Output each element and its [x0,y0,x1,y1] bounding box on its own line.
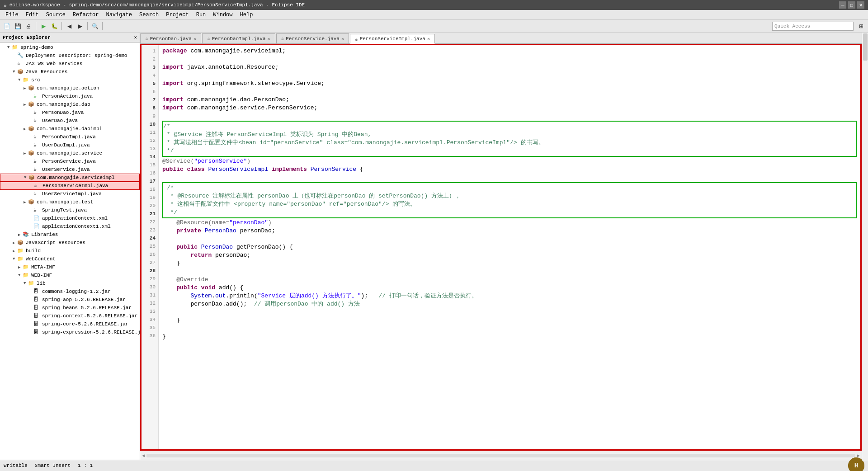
tree-person-action[interactable]: ☕ PersonAction.java [0,92,140,100]
code-editor[interactable]: 1 2 3 4 5 6 7 8 9 10 11 12 13 14 15 16 1… [140,44,862,451]
tab-icon: ☕ [145,36,148,42]
tree-user-service[interactable]: ☕ UserService.java [0,165,140,174]
code-line-31: personDao.add(); // 调用personDao 中的 add()… [162,300,857,308]
editor-area: ☕ PersonDao.java ✕ ☕ PersonDaoImpl.java … [140,33,862,460]
quick-access-input[interactable]: Quick Access [772,22,854,31]
tree-spring-aop[interactable]: 🗄 spring-aop-5.2.6.RELEASE.jar [0,296,140,304]
tree-person-service[interactable]: ☕ PersonService.java [0,157,140,165]
save-button[interactable]: 💾 [13,21,23,31]
tab-person-serviceimpl[interactable]: ☕ PersonServiceImpl.java ✕ [350,34,435,44]
eclipse-icon: ☕ [4,2,7,8]
code-line-15: public class PersonServiceImpl implement… [162,165,857,174]
code-line-12: * 其写法相当于配置文件中<bean id="personService" cl… [163,139,856,147]
tree-serviceimpl-pkg[interactable]: ▼ 📦 com.manongajie.serviceimpl [0,174,140,182]
tree-person-daoimpl[interactable]: ☕ PersonDaoImpl.java [0,133,140,141]
code-line-8: import com.manongajie.service.PersonServ… [162,104,857,112]
tab-person-daoimpl[interactable]: ☕ PersonDaoImpl.java ✕ [202,33,275,43]
java-file-icon: ☕ [34,183,41,189]
menu-search[interactable]: Search [136,11,162,19]
tree-person-dao[interactable]: ☕ PersonDao.java [0,108,140,117]
right-panel [862,33,868,460]
tree-user-serviceimpl[interactable]: ☕ UserServiceImpl.java [0,190,140,198]
new-button[interactable]: 📄 [2,21,12,31]
tab-person-service[interactable]: ☕ PersonService.java ✕ [276,33,349,43]
code-line-13: */ [163,147,856,155]
close-button[interactable]: ✕ [857,1,864,9]
search-button[interactable]: 🔍 [90,21,100,31]
code-line-5: import org.springframework.stereotype.Se… [162,80,857,88]
tree-user-daoimpl[interactable]: ☕ UserDaoImpl.java [0,141,140,149]
run-button[interactable]: ▶ [38,21,48,31]
menu-help[interactable]: Help [236,11,257,19]
tab-close-icon[interactable]: ✕ [341,36,344,42]
tab-label: PersonService.java [286,36,340,42]
menu-navigate[interactable]: Navigate [102,11,136,19]
tree-daoimpl-pkg[interactable]: ▶ 📦 com.manongajie.daoimpl [0,125,140,133]
code-line-34 [162,325,857,333]
tree-spring-beans[interactable]: 🗄 spring-beans-5.2.6.RELEASE.jar [0,304,140,312]
maximize-button[interactable]: □ [848,1,855,9]
quick-access-label: Quick Access [774,24,810,29]
tree-spring-expression[interactable]: 🗄 spring-expression-5.2.6.RELEASE.jar [0,328,140,336]
horizontal-scrollbar[interactable]: ◀ ▶ [140,451,862,460]
tree-spring-core[interactable]: 🗄 spring-core-5.2.6.RELEASE.jar [0,320,140,328]
title-bar-controls[interactable]: ─ □ ✕ [839,1,864,9]
code-line-20: */ [167,208,852,217]
tree-test-pkg[interactable]: ▶ 📦 com.manongajie.test [0,198,140,206]
menu-refactor[interactable]: Refactor [69,11,103,19]
pe-close-icon[interactable]: ✕ [134,34,137,40]
tree-user-dao[interactable]: ☕ UserDao.java [0,117,140,125]
tree-appctx[interactable]: 📄 applicationContext.xml [0,214,140,222]
tab-close-icon[interactable]: ✕ [193,36,196,42]
tab-label: PersonDao.java [150,36,192,42]
tree-src[interactable]: ▼ 📁 src [0,76,140,84]
code-content[interactable]: package com.manongajie.serviceimpl; impo… [159,45,860,449]
tree-person-serviceimpl[interactable]: ☕ PersonServiceImpl.java [0,182,140,190]
jar-file-icon: 🗄 [33,297,41,303]
tree-spring-test[interactable]: ☕ SpringTest.java [0,206,140,214]
tree-spring-context[interactable]: 🗄 spring-context-5.2.6.RELEASE.jar [0,312,140,320]
tab-close-icon[interactable]: ✕ [268,36,270,42]
tree-webcontent[interactable]: ▼ 📁 WebContent [0,255,140,263]
tree-action-pkg[interactable]: ▶ 📦 com.manongajie.action [0,84,140,92]
tree-lib[interactable]: ▼ 📁 lib [0,279,140,287]
tab-close-icon[interactable]: ✕ [427,36,430,42]
print-button[interactable]: 🖨 [24,21,33,31]
tree-service-pkg[interactable]: ▶ 📦 com.manongajie.service [0,149,140,157]
java-resources-icon: 📦 [17,69,24,75]
tree-build[interactable]: ▶ 📁 build [0,247,140,255]
tree-web-inf[interactable]: ▼ 📁 WEB-INF [0,271,140,279]
java-file-icon: ☕ [33,118,41,124]
tree-deployment[interactable]: 🔧 Deployment Descriptor: spring-demo [0,52,140,60]
menu-run[interactable]: Run [193,11,210,19]
debug-button[interactable]: 🐛 [49,21,59,31]
code-line-36 [162,341,857,349]
java-file-icon: ☕ [33,142,41,148]
tree-meta-inf[interactable]: ▶ 📁 META-INF [0,263,140,271]
code-line-24: public PersonDao getPersonDao() { [162,243,857,251]
tree-dao-pkg[interactable]: ▶ 📦 com.manongajie.dao [0,100,140,108]
tree-jaxws[interactable]: ☕ JAX-WS Web Services [0,60,140,68]
menu-edit[interactable]: Edit [22,11,42,19]
package-icon: 📦 [28,174,36,181]
project-explorer-header: Project Explorer ✕ [0,33,140,42]
java-file-icon: ☕ [33,158,41,165]
tree-libraries[interactable]: ▶ 📚 Libraries [0,231,140,239]
code-line-25: return personDao; [162,251,857,259]
perspectives-button[interactable]: ⊞ [856,21,866,31]
code-line-32 [162,308,857,316]
menu-source[interactable]: Source [42,11,69,19]
tree-js-resources[interactable]: ▶ 📦 JavaScript Resources [0,239,140,247]
tree-appctx1[interactable]: 📄 applicationContext1.xml [0,222,140,231]
back-button[interactable]: ◀ [64,21,74,31]
minimize-button[interactable]: ─ [839,1,846,9]
tab-person-dao[interactable]: ☕ PersonDao.java ✕ [140,33,201,43]
tree-commons-logging[interactable]: 🗄 commons-logging-1.2.jar [0,287,140,296]
jaxws-icon: ☕ [17,61,24,67]
menu-window[interactable]: Window [209,11,236,19]
tree-spring-demo[interactable]: ▼ 📁 spring-demo [0,43,140,52]
menu-project[interactable]: Project [162,11,192,19]
menu-file[interactable]: File [2,11,22,19]
forward-button[interactable]: ▶ [75,21,85,31]
tree-java-resources[interactable]: ▼ 📦 Java Resources [0,68,140,76]
